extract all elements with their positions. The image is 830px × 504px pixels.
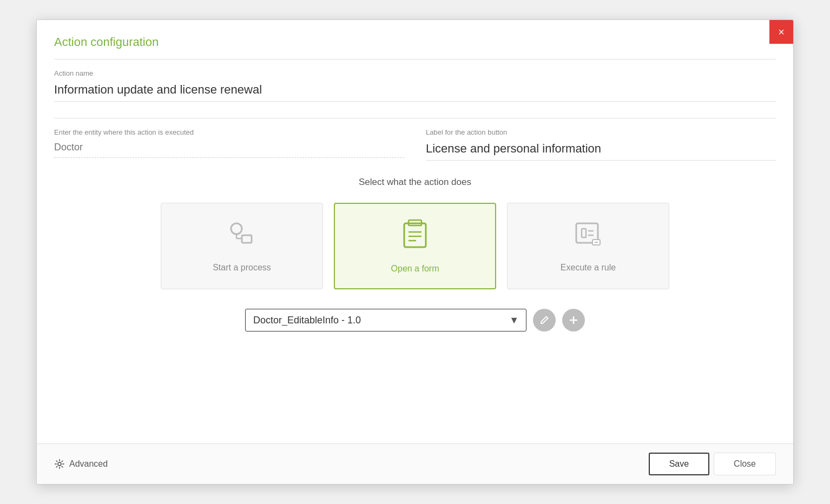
divider-2 xyxy=(54,118,776,118)
divider-1 xyxy=(54,59,776,59)
button-label-field-label: Label for the action button xyxy=(426,128,776,136)
svg-rect-1 xyxy=(242,235,252,243)
action-name-label: Action name xyxy=(54,69,776,77)
form-dropdown[interactable]: Doctor_EditableInfo - 1.0 Doctor_Editabl… xyxy=(245,309,526,331)
card-open-form[interactable]: Open a form xyxy=(334,203,496,289)
open-form-icon xyxy=(401,219,429,255)
action-cards-container: Start a process Open a form xyxy=(54,203,776,289)
save-button[interactable]: Save xyxy=(649,453,709,475)
card-execute-rule[interactable]: Execute a rule xyxy=(507,203,669,289)
action-configuration-dialog: × Action configuration Action name Enter… xyxy=(36,19,794,485)
card-execute-rule-label: Execute a rule xyxy=(561,263,616,273)
entity-field-label: Enter the entity where this action is ex… xyxy=(54,128,404,136)
dialog-footer: Advanced Save Close xyxy=(37,443,793,484)
button-label-input[interactable] xyxy=(426,140,776,161)
dialog-body: Action configuration Action name Enter t… xyxy=(37,20,793,443)
close-button[interactable]: Close xyxy=(714,453,776,475)
svg-point-17 xyxy=(58,462,61,466)
svg-point-0 xyxy=(231,223,242,234)
footer-actions: Save Close xyxy=(649,453,776,475)
edit-form-button[interactable] xyxy=(533,309,556,331)
dropdown-row: Doctor_EditableInfo - 1.0 Doctor_Editabl… xyxy=(54,309,776,331)
card-start-process-label: Start a process xyxy=(213,263,271,273)
entity-col: Enter the entity where this action is ex… xyxy=(54,128,404,158)
gear-icon xyxy=(54,459,65,469)
entity-label-row: Enter the entity where this action is ex… xyxy=(54,128,776,161)
entity-input[interactable] xyxy=(54,140,404,158)
card-start-process[interactable]: Start a process xyxy=(161,203,323,289)
add-form-button[interactable] xyxy=(562,309,585,331)
advanced-label: Advanced xyxy=(69,459,108,469)
form-dropdown-container: Doctor_EditableInfo - 1.0 Doctor_Editabl… xyxy=(245,309,526,331)
start-process-icon xyxy=(227,220,257,254)
button-label-col: Label for the action button xyxy=(426,128,776,161)
dialog-title: Action configuration xyxy=(54,35,776,49)
advanced-button[interactable]: Advanced xyxy=(54,459,108,469)
dialog-close-x-button[interactable]: × xyxy=(769,20,793,44)
action-name-input[interactable] xyxy=(54,81,776,102)
card-open-form-label: Open a form xyxy=(391,264,439,274)
svg-rect-10 xyxy=(582,229,586,237)
execute-rule-icon xyxy=(573,220,603,254)
select-action-heading: Select what the action does xyxy=(54,177,776,188)
svg-rect-4 xyxy=(404,223,426,247)
